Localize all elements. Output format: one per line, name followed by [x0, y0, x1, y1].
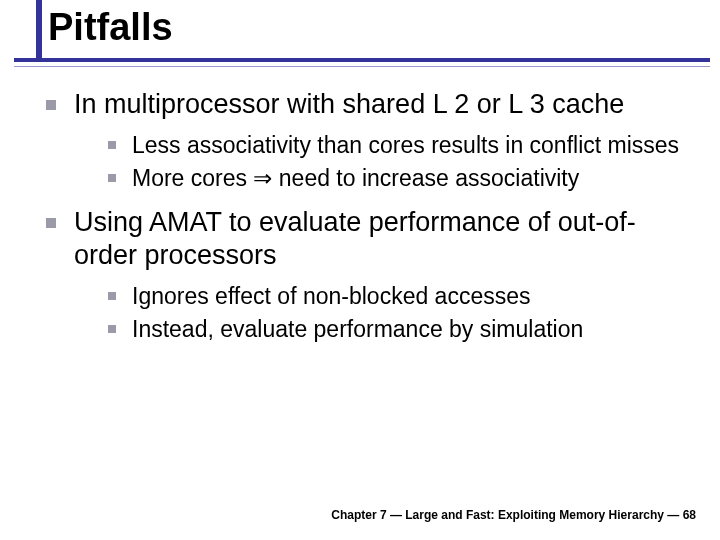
bullet-text: More cores ⇒ need to increase associativ…	[132, 165, 579, 191]
slide-title: Pitfalls	[48, 6, 720, 50]
bullet-list: In multiprocessor with shared L 2 or L 3…	[40, 88, 690, 344]
bullet-text: Less associativity than cores results in…	[132, 132, 679, 158]
bullet-level2: Instead, evaluate performance by simulat…	[74, 315, 690, 344]
bullet-level1: Using AMAT to evaluate performance of ou…	[40, 206, 690, 343]
bullet-sublist: Less associativity than cores results in…	[74, 131, 690, 193]
slide-footer: Chapter 7 — Large and Fast: Exploiting M…	[331, 508, 696, 522]
bullet-level2: Ignores effect of non-blocked accesses	[74, 282, 690, 311]
title-rule-thick	[14, 58, 710, 62]
bullet-level1: In multiprocessor with shared L 2 or L 3…	[40, 88, 690, 192]
bullet-level2: More cores ⇒ need to increase associativ…	[74, 164, 690, 193]
title-area: Pitfalls	[0, 0, 720, 50]
slide: Pitfalls In multiprocessor with shared L…	[0, 0, 720, 540]
content-area: In multiprocessor with shared L 2 or L 3…	[40, 88, 690, 358]
bullet-text: Instead, evaluate performance by simulat…	[132, 316, 583, 342]
title-rule-thin	[14, 66, 710, 67]
bullet-level2: Less associativity than cores results in…	[74, 131, 690, 160]
bullet-sublist: Ignores effect of non-blocked accesses I…	[74, 282, 690, 344]
bullet-text: Using AMAT to evaluate performance of ou…	[74, 207, 636, 270]
bullet-text: Ignores effect of non-blocked accesses	[132, 283, 530, 309]
bullet-text: In multiprocessor with shared L 2 or L 3…	[74, 89, 624, 119]
